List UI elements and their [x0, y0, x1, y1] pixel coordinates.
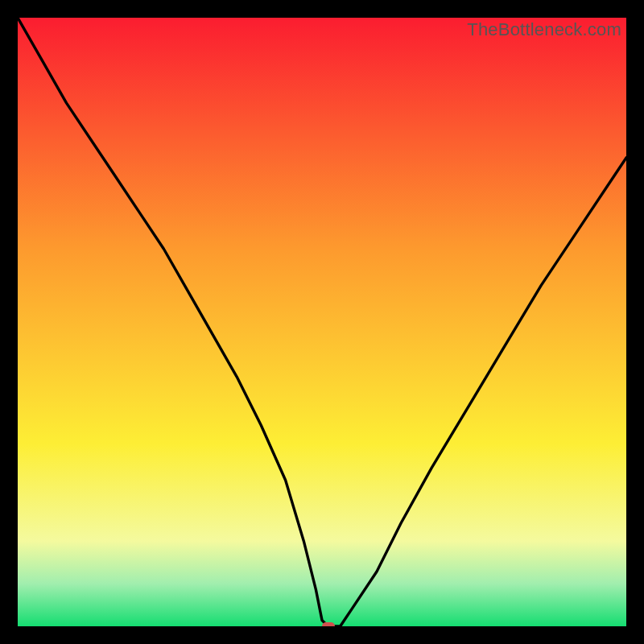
optimal-point-marker — [322, 622, 335, 626]
watermark-text: TheBottleneck.com — [467, 19, 621, 40]
curve-layer — [18, 18, 626, 626]
bottleneck-curve — [18, 18, 626, 626]
chart-stage: TheBottleneck.com — [0, 0, 644, 644]
plot-area: TheBottleneck.com — [18, 18, 626, 626]
